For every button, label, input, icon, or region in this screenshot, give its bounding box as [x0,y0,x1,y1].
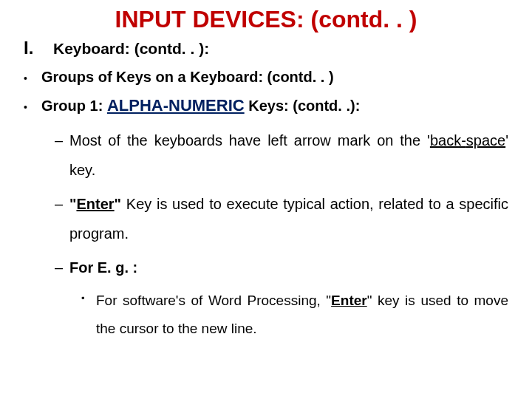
keyword-alphanumeric: ALPHA-NUMERIC [107,96,245,115]
roman-numeral: I. [24,38,53,58]
sub-bullet: • For software's of Word Processing, "En… [81,287,508,343]
dash-item-2: – "Enter" Key is used to execute typical… [55,189,508,248]
dash-icon: – [55,126,69,185]
d2-enter: Enter [76,196,114,212]
bullet-dot-icon: • [81,287,96,343]
dash-list: – Most of the keyboards have left arrow … [55,126,508,282]
sub-enter: Enter [331,293,367,308]
sub-pre: For software's of Word Processing, " [96,293,331,308]
dash-text-3: For E. g. : [69,253,508,282]
roman-text: Keyboard: (contd. . ): [53,40,209,58]
roman-item: I. Keyboard: (contd. . ): [24,38,508,58]
group-prefix: Group 1: [41,98,107,114]
dash-text-1: Most of the keyboards have left arrow ma… [69,126,508,185]
bullet-dot-icon: • [24,73,41,83]
dash-text-2: "Enter" Key is used to execute typical a… [69,189,508,248]
dash-icon: – [55,189,69,248]
slide-title: INPUT DEVICES: (contd. . ) [24,6,508,33]
bullet-dot-icon: • [24,102,41,112]
dash-icon: – [55,253,69,282]
bullet-1-text: Groups of Keys on a Keyboard: (contd. . … [41,69,334,86]
dash-item-1: – Most of the keyboards have left arrow … [55,126,508,185]
d2-rest: Key is used to execute typical action, r… [69,196,508,242]
sub-text: For software's of Word Processing, "Ente… [96,287,508,343]
d2-quote-close: " [115,196,121,212]
bullet-1: • Groups of Keys on a Keyboard: (contd. … [24,69,508,86]
group-suffix: Keys: (contd. .): [245,98,361,114]
bullet-2: • Group 1: ALPHA-NUMERIC Keys: (contd. .… [24,96,508,115]
d1-u1: back- [430,132,466,149]
bullet-2-text: Group 1: ALPHA-NUMERIC Keys: (contd. .): [41,96,360,115]
d1-pre: Most of the keyboards have left arrow ma… [69,132,430,149]
d1-u2: space [466,132,505,149]
dash-item-3: – For E. g. : [55,253,508,282]
